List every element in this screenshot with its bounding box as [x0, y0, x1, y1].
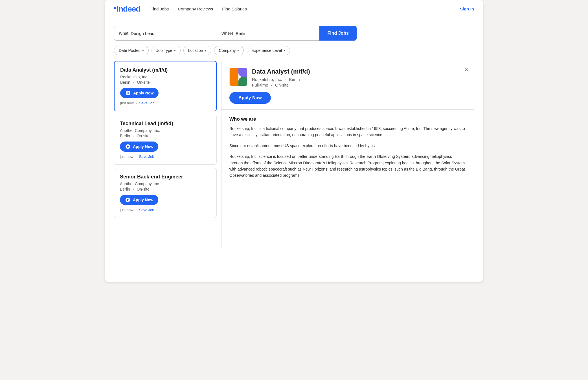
where-input-group: Where [217, 26, 320, 41]
company-logo [229, 68, 247, 86]
apply-now-button-detail[interactable]: Apply Now [229, 92, 271, 104]
nav-find-jobs[interactable]: Find Jobs [150, 6, 169, 11]
posted-time-3: just now [120, 208, 133, 212]
job-location-1: Berlin · On-site [120, 80, 210, 85]
where-label: Where [221, 31, 234, 36]
who-we-are-para-2: Since our establishment, most US space e… [229, 143, 466, 149]
job-list: Data Analyst (m/f/d) Rocketship, Inc. Be… [114, 61, 221, 249]
apply-button-2[interactable]: Apply Now [120, 142, 158, 152]
card-footer-2: just now · Save Job [120, 154, 211, 159]
save-job-link-2[interactable]: Save Job [139, 154, 154, 159]
job-company-3: Another Company, Inc. [120, 182, 211, 186]
search-bar: What Where Find Jobs [114, 26, 357, 41]
footer-separator-1: · [136, 101, 137, 105]
who-we-are-title: Who we are [229, 116, 466, 122]
logo-right-bottom [238, 77, 247, 86]
chevron-down-icon: ▾ [237, 49, 239, 52]
filter-date-posted[interactable]: Date Posted ▾ [114, 46, 149, 55]
filter-location[interactable]: Location ▾ [183, 46, 211, 55]
detail-title-section: Data Analyst (m/f/d) Rocketship, Inc. · … [252, 68, 466, 87]
nav-links: Find Jobs Company Reviews Find Salaries [150, 6, 460, 11]
play-icon [125, 144, 131, 149]
filter-job-type[interactable]: Job Type ▾ [152, 46, 181, 55]
sign-in-link[interactable]: Sign In [460, 6, 474, 11]
job-company-1: Rocketship, Inc. [120, 75, 210, 79]
chevron-down-icon: ▾ [142, 49, 144, 52]
job-title-1: Data Analyst (m/f/d) [120, 67, 210, 73]
posted-time-2: just now [120, 154, 133, 159]
footer-separator-2: · [136, 154, 137, 159]
chevron-down-icon: ▾ [284, 49, 285, 52]
what-label: What [119, 31, 128, 36]
job-detail-panel: × Data Analyst (m/f/d) Rocketship, Inc. [221, 61, 474, 249]
detail-job-type: Full-time · On-site [252, 83, 466, 87]
job-detail-body: Who we are Rocketship, Inc. is a fiction… [221, 110, 474, 190]
play-icon [125, 90, 131, 96]
apply-button-1[interactable]: Apply Now [120, 88, 159, 98]
apply-button-3[interactable]: Apply Now [120, 195, 158, 205]
find-jobs-button[interactable]: Find Jobs [319, 26, 357, 41]
logo-dot-icon [114, 7, 116, 9]
logo[interactable]: indeed [114, 5, 140, 14]
who-we-are-para-1: Rocketship, Inc. is a fictional company … [229, 125, 466, 138]
logo-text: indeed [117, 5, 140, 14]
filter-company[interactable]: Company ▾ [214, 46, 244, 55]
card-footer-3: just now · Save Job [120, 208, 211, 212]
filters-bar: Date Posted ▾ Job Type ▾ Location ▾ Comp… [105, 41, 483, 61]
save-job-link-3[interactable]: Save Job [139, 208, 154, 212]
chevron-down-icon: ▾ [205, 49, 207, 52]
logo-right-top [238, 68, 247, 77]
job-card-3[interactable]: Senior Back-end Engineer Another Company… [114, 168, 217, 218]
what-input-group: What [114, 26, 217, 41]
search-section: What Where Find Jobs [105, 18, 483, 41]
navbar: indeed Find Jobs Company Reviews Find Sa… [105, 0, 483, 18]
job-company-2: Another Company, Inc. [120, 128, 211, 133]
main-content: Data Analyst (m/f/d) Rocketship, Inc. Be… [105, 61, 483, 258]
job-location-3: Berlin · On-site [120, 187, 211, 191]
where-input[interactable] [236, 31, 315, 36]
job-card-1[interactable]: Data Analyst (m/f/d) Rocketship, Inc. Be… [114, 61, 217, 111]
what-input[interactable] [131, 31, 212, 36]
nav-company-reviews[interactable]: Company Reviews [178, 6, 213, 11]
job-card-2[interactable]: Technical Lead (m/f/d) Another Company, … [114, 115, 217, 165]
logo-left [230, 68, 238, 86]
play-icon [125, 197, 131, 203]
job-location-2: Berlin · On-site [120, 134, 211, 138]
job-title-3: Senior Back-end Engineer [120, 174, 211, 180]
detail-job-title: Data Analyst (m/f/d) [252, 68, 466, 75]
card-footer-1: just now · Save Job [120, 101, 210, 105]
filter-experience-level[interactable]: Experience Level ▾ [247, 46, 290, 55]
logo-right [238, 68, 247, 86]
nav-find-salaries[interactable]: Find Salaries [222, 6, 247, 11]
detail-company-info: Rocketship, Inc. · Berlin [252, 77, 466, 82]
footer-separator-3: · [136, 208, 137, 212]
chevron-down-icon: ▾ [174, 49, 176, 52]
detail-header-top: Data Analyst (m/f/d) Rocketship, Inc. · … [229, 68, 466, 87]
who-we-are-para-3: Rocketship, Inc. science is focused on b… [229, 153, 466, 179]
close-button[interactable]: × [465, 67, 468, 72]
save-job-link-1[interactable]: Save Job [139, 101, 154, 105]
posted-time-1: just now [120, 101, 134, 105]
job-title-2: Technical Lead (m/f/d) [120, 121, 211, 127]
job-detail-header: × Data Analyst (m/f/d) Rocketship, Inc. [221, 61, 474, 110]
